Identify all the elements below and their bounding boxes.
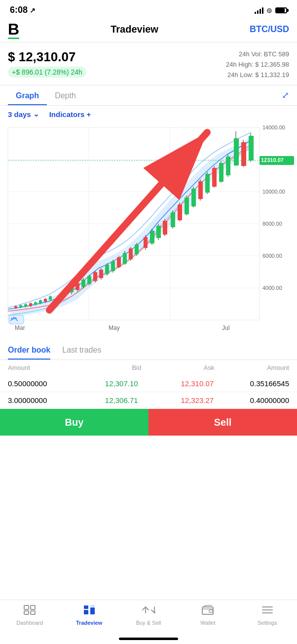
svg-rect-23 [39, 300, 42, 303]
tab-last-trades[interactable]: Last trades [62, 340, 101, 360]
nav-item-dashboard[interactable]: Dashboard [0, 605, 59, 626]
nav-label-dashboard: Dashboard [16, 620, 43, 626]
signal-icon [255, 7, 263, 14]
col-header-bid: Bid [132, 364, 141, 371]
svg-rect-106 [90, 605, 95, 606]
svg-rect-29 [70, 286, 74, 292]
svg-text:12310.07: 12310.07 [261, 157, 284, 163]
order-row: 0.50000000 12,307.10 12,310.07 0.3516654… [0, 375, 297, 392]
svg-rect-104 [90, 607, 95, 614]
svg-text:Jul: Jul [222, 324, 229, 331]
svg-rect-39 [99, 270, 103, 278]
svg-rect-37 [93, 272, 97, 281]
svg-rect-67 [191, 189, 196, 206]
svg-rect-55 [150, 231, 154, 243]
svg-rect-100 [31, 605, 35, 609]
svg-rect-17 [24, 304, 27, 307]
svg-rect-51 [135, 244, 139, 254]
price-left: $ 12,310.07 +$ 896.01 (7.28%) 24h [8, 49, 86, 78]
svg-rect-61 [171, 212, 175, 227]
svg-rect-49 [129, 248, 133, 259]
tab-order-book[interactable]: Order book [8, 340, 50, 360]
svg-rect-27 [49, 296, 52, 300]
svg-rect-43 [111, 261, 115, 271]
chart-svg: 14000.00 12000.00 10000.00 8000.00 6000.… [0, 122, 297, 340]
nav-label-buysell: Buy & Sell [136, 620, 161, 626]
order-book-section: Order book Last trades Amount Bid Ask Am… [0, 340, 297, 436]
nav-label-tradeview: Tradeview [76, 620, 102, 626]
nav-item-wallet[interactable]: Wallet [178, 605, 237, 626]
buy-button[interactable]: Buy [0, 409, 148, 436]
indicators-button[interactable]: Indicators + [49, 110, 91, 119]
chart-tabs: Graph Depth ⤢ [0, 85, 297, 106]
svg-rect-31 [75, 283, 79, 290]
tab-depth[interactable]: Depth [47, 85, 84, 105]
svg-text:4000.00: 4000.00 [262, 285, 282, 291]
nav-item-settings[interactable]: Settings [238, 605, 297, 626]
svg-rect-109 [202, 607, 213, 614]
price-high: 24h High: $ 12,365.98 [226, 60, 289, 70]
app-title: Tradeview [111, 24, 158, 35]
svg-rect-25 [44, 299, 47, 302]
buysell-icon [142, 605, 155, 618]
wifi-icon: ⊜ [266, 6, 272, 14]
chart-container: 14000.00 12000.00 10000.00 8000.00 6000.… [0, 122, 297, 340]
chevron-down-icon: ⌄ [33, 110, 39, 119]
svg-rect-77 [226, 157, 230, 175]
price-low: 24h Low: $ 11,332.19 [226, 70, 289, 80]
nav-item-buysell[interactable]: Buy & Sell [119, 605, 178, 626]
status-time: 6:08 ↗ [10, 5, 36, 15]
price-change: +$ 896.01 (7.28%) 24h [8, 67, 86, 78]
tab-graph[interactable]: Graph [8, 85, 47, 105]
days-selector[interactable]: 3 days ⌄ [8, 110, 39, 119]
svg-text:6000.00: 6000.00 [262, 253, 282, 259]
dashboard-icon [24, 605, 36, 618]
svg-text:14000.00: 14000.00 [262, 124, 285, 130]
pair-selector[interactable]: BTC/USD [250, 24, 289, 35]
tradeview-icon [83, 605, 95, 618]
days-label: 3 days [8, 110, 31, 119]
svg-rect-110 [209, 610, 213, 612]
app-logo: B [8, 21, 19, 37]
location-icon: ↗ [30, 6, 36, 14]
svg-rect-47 [123, 253, 127, 264]
svg-rect-105 [84, 605, 88, 609]
row1-amount: 0.50000000 [8, 379, 62, 388]
svg-text:Mar: Mar [15, 324, 25, 331]
svg-rect-65 [185, 198, 189, 214]
svg-rect-103 [84, 610, 88, 614]
order-table-header: Amount Bid Ask Amount [0, 360, 297, 375]
nav-item-tradeview[interactable]: Tradeview [59, 605, 118, 626]
expand-icon[interactable]: ⤢ [282, 90, 289, 101]
price-stats: 24h Vol: BTC 589 24h High: $ 12,365.98 2… [226, 49, 289, 80]
row2-ask: 12,323.27 [174, 396, 214, 404]
row1-amount-right: 0.35166545 [250, 379, 289, 388]
app-header: B Tradeview BTC/USD [0, 18, 297, 42]
order-row: 3.00000000 12,306.71 12,323.27 0.4000000… [0, 392, 297, 409]
svg-rect-83 [249, 136, 254, 161]
svg-rect-57 [156, 226, 161, 238]
svg-rect-19 [29, 303, 32, 306]
nav-label-settings: Settings [258, 620, 277, 626]
svg-rect-53 [144, 237, 148, 248]
svg-text:10000.00: 10000.00 [262, 189, 285, 195]
status-icons: ⊜ [255, 6, 287, 14]
svg-rect-13 [14, 306, 17, 308]
svg-rect-101 [24, 611, 29, 614]
sell-button[interactable]: Sell [148, 409, 297, 436]
row2-amount: 3.00000000 [8, 396, 62, 404]
svg-text:May: May [109, 324, 120, 331]
row1-ask: 12,310.07 [174, 379, 214, 388]
row1-bid: 12,307.10 [99, 379, 138, 388]
svg-text:8000.00: 8000.00 [262, 221, 282, 227]
battery-icon [275, 7, 287, 13]
svg-rect-59 [163, 221, 167, 235]
section-tabs: Order book Last trades [0, 340, 297, 360]
action-buttons: Buy Sell [0, 409, 297, 436]
time-text: 6:08 [10, 5, 28, 15]
status-bar: 6:08 ↗ ⊜ [0, 0, 297, 18]
svg-rect-41 [105, 265, 109, 274]
svg-rect-81 [241, 142, 246, 166]
col-header-amount: Amount [8, 364, 30, 371]
svg-rect-63 [178, 204, 182, 220]
